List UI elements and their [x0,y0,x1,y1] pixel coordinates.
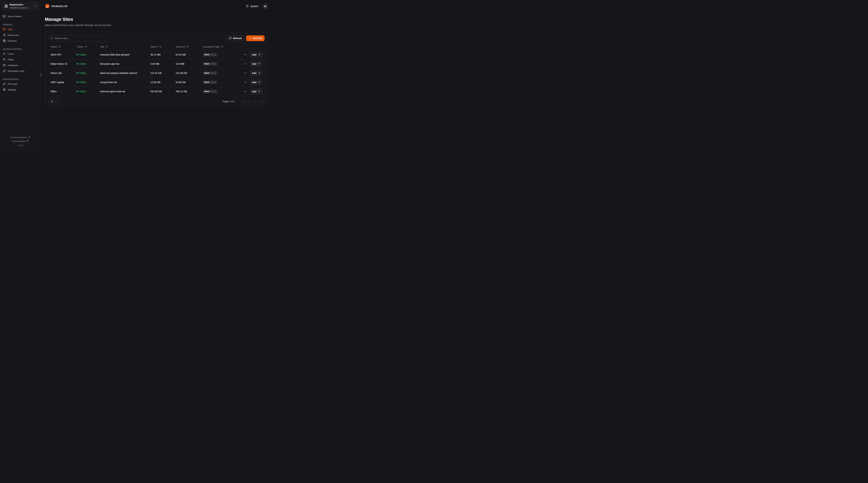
sidebar-item-shareable-links[interactable]: Shareable Links [2,68,38,74]
online-dot-icon [76,72,78,74]
page-header: Manage Sites Allow connectivity to your … [41,12,272,27]
community-edition-link[interactable]: Community Edition [0,135,41,139]
sidebar-item-settings[interactable]: Settings [2,87,38,93]
sidebar-item-resources[interactable]: Resources [2,32,38,38]
cell-name: Office [49,90,74,93]
plus-icon [249,37,251,40]
sidebar-section-access-control: ACCESS CONTROL [3,48,38,50]
combine-icon [3,28,6,31]
cell-name: Jeff's Laptop [49,81,74,84]
arrow-right-icon [258,53,260,56]
connection-badge: Newtv1.3.2 [203,62,218,66]
column-header-connection-type[interactable]: Connection Type [200,45,241,48]
cell-actions: Edit [241,52,265,57]
avatar[interactable]: M [262,3,268,9]
connection-badge: Newtv1.3.2 [203,80,218,84]
sort-arrows-icon [58,45,60,48]
sidebar-item-api-keys[interactable]: API Keys [2,81,38,87]
first-page-button[interactable] [241,99,245,104]
connection-name: Newt [204,90,209,93]
key-icon [3,83,6,86]
cell-name: Edge Device 01 [49,63,74,65]
documentation-link[interactable]: Documentation [0,139,41,143]
theme-toggle[interactable]: System [246,5,258,8]
column-header-site[interactable]: Site [98,45,148,48]
sidebar-item-label: API Keys [8,83,18,85]
cell-site: vivacious-little-blue-penguin [98,54,148,56]
refresh-button[interactable]: Refresh [226,35,244,41]
row-menu-button[interactable] [244,90,247,93]
cell-actions: Edit [241,61,265,67]
cell-actions: Edit [241,70,265,76]
globe-icon [3,39,6,43]
sidebar-item-users[interactable]: Users [2,51,38,57]
edit-button[interactable]: Edit [250,89,262,94]
search-icon [51,37,53,40]
row-menu-button[interactable] [244,62,247,65]
cell-data-in: 12.65 GB [148,81,174,84]
column-header-online[interactable]: Online [74,45,98,48]
row-menu-button[interactable] [244,81,247,84]
cell-data-in: 534.98 GB [148,90,174,93]
page-size-value: 20 [51,100,53,103]
row-menu-button[interactable] [244,72,247,74]
previous-page-button[interactable] [247,99,252,104]
chevrons-up-down-icon [34,5,36,8]
theme-toggle-label: System [250,5,258,8]
avatar-initial: M [264,5,266,8]
sidebar-nav: Server Admin GENERAL Sites Resources Dom… [0,10,41,134]
edit-button[interactable]: Edit [250,61,262,67]
sites-toolbar: Refresh Add Site [49,35,265,41]
connection-version: v1.3.2 [210,81,216,84]
cell-site: dead-san-joaquin-antelope-squirrel [98,72,148,74]
column-header-data-in[interactable]: Data In [148,45,174,48]
connection-badge: Newtv1.3.2 [203,71,218,75]
org-switcher-value: milo@fossorial.io's ... [9,6,32,9]
pagination: 20 Page 1 of 1 [49,99,265,104]
arrow-right-icon [258,62,260,65]
cell-online: Online [74,54,98,56]
online-dot-icon [76,91,78,92]
connection-version: v1.3.2 [210,54,216,56]
external-link-icon [28,135,30,139]
sidebar-resize-handle[interactable] [41,73,42,77]
edit-button[interactable]: Edit [250,79,262,85]
row-menu-button[interactable] [244,53,247,56]
column-header-name[interactable]: Name [49,45,74,48]
pangolin-logo-icon [45,3,50,9]
page-size-select[interactable]: 20 [49,99,59,104]
brand-name: PANGOLIN [52,5,67,8]
chevron-left-icon [248,100,251,103]
sidebar: Organization milo@fossorial.io's ... Ser… [0,0,41,149]
brand[interactable]: PANGOLIN [45,3,67,9]
sidebar-item-server-admin[interactable]: Server Admin [2,13,38,19]
sidebar-item-label: Users [8,53,14,55]
sidebar-item-invitations[interactable]: Invitations [2,62,38,68]
cell-actions: Edit [241,79,265,85]
connection-name: Newt [204,72,209,74]
cell-site: welcome-giant-mole-rat [98,90,148,93]
moon-icon [246,5,249,8]
cell-connection-type: Newtv1.3.2 [200,53,241,57]
column-label: Connection Type [203,45,220,48]
sort-arrows-icon [105,45,107,48]
status-label: Online [79,90,86,93]
last-page-button[interactable] [260,99,265,104]
sidebar-item-label: Resources [8,34,19,36]
sidebar-item-domains[interactable]: Domains [2,38,38,44]
add-site-button[interactable]: Add Site [246,35,265,41]
sidebar-item-sites[interactable]: Sites [2,27,38,32]
sidebar-item-roles[interactable]: Roles [2,57,38,62]
next-page-button[interactable] [253,99,258,104]
org-switcher[interactable]: Organization milo@fossorial.io's ... [2,2,38,10]
page-subtitle: Allow connectivity to your network throu… [45,24,268,27]
edit-button[interactable]: Edit [250,52,262,57]
search-input[interactable] [55,37,108,39]
edit-button[interactable]: Edit [250,70,262,76]
sort-arrows-icon [221,45,223,48]
column-header-data-out[interactable]: Data Out [174,45,200,48]
chevrons-left-icon [242,100,244,103]
sidebar-item-label: Sites [8,28,13,31]
chevron-right-icon [254,100,257,103]
community-edition-label: Community Edition [10,135,27,139]
